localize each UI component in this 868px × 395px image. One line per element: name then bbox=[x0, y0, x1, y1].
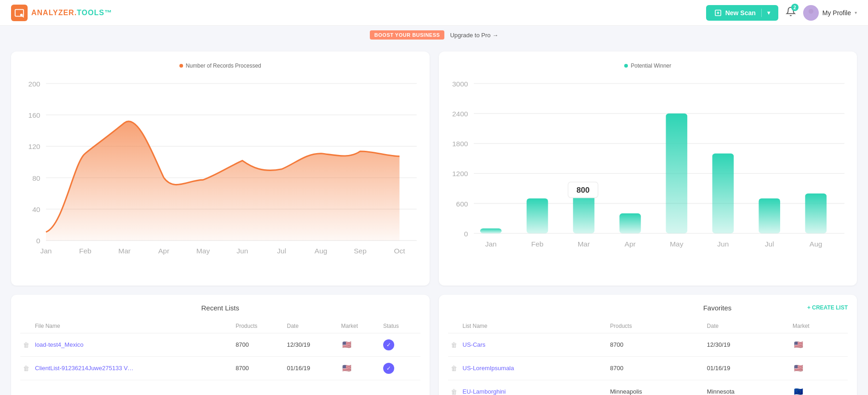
col-filename-header: File Name bbox=[32, 319, 233, 333]
profile-area[interactable]: My Profile ▾ bbox=[803, 5, 857, 21]
svg-text:Feb: Feb bbox=[531, 240, 543, 248]
bar-legend-dot bbox=[624, 64, 628, 68]
col-delete-header bbox=[20, 319, 32, 333]
delete-icon[interactable]: 🗑 bbox=[23, 341, 29, 349]
upgrade-link[interactable]: Upgrade to Pro → bbox=[450, 32, 498, 39]
svg-rect-39 bbox=[480, 229, 501, 234]
svg-text:Jan: Jan bbox=[485, 240, 496, 248]
svg-text:Jan: Jan bbox=[40, 247, 52, 255]
delete-icon[interactable]: 🗑 bbox=[451, 341, 457, 349]
svg-point-3 bbox=[809, 9, 814, 14]
svg-text:Feb: Feb bbox=[79, 247, 92, 255]
fav-products-cell: 8700 bbox=[607, 333, 704, 356]
table-row: 🗑 US-LoremIpsumala 8700 01/16/19 🇺🇸 bbox=[448, 356, 848, 380]
svg-rect-48 bbox=[805, 194, 827, 234]
area-legend-dot bbox=[179, 64, 183, 68]
svg-text:Aug: Aug bbox=[809, 240, 822, 248]
fav-date-cell: 01/16/19 bbox=[704, 356, 790, 380]
svg-text:0: 0 bbox=[36, 237, 40, 245]
fav-date-cell: 12/30/19 bbox=[704, 333, 790, 356]
svg-text:Apr: Apr bbox=[158, 247, 169, 255]
main-header: ANALYZER.TOOLS™ New Scan ▾ 2 bbox=[0, 0, 868, 26]
svg-text:Aug: Aug bbox=[315, 247, 328, 255]
logo-area: ANALYZER.TOOLS™ bbox=[11, 5, 112, 21]
table-row: 🗑 load-test4_Mexico 8700 12/30/19 🇺🇸 ✓ bbox=[20, 333, 420, 356]
svg-text:3000: 3000 bbox=[452, 80, 468, 88]
new-scan-button[interactable]: New Scan ▾ bbox=[706, 5, 778, 21]
favorites-header-row: List Name Products Date Market bbox=[448, 319, 848, 333]
fav-col-delete-header bbox=[448, 319, 460, 333]
bar-chart-legend: Potential Winner bbox=[448, 63, 848, 69]
svg-point-4 bbox=[807, 14, 815, 19]
svg-rect-40 bbox=[526, 199, 548, 234]
logo-text: ANALYZER.TOOLS™ bbox=[31, 9, 112, 17]
file-name-link[interactable]: load-test4_Mexico bbox=[35, 341, 136, 348]
bar-chart-card: Potential Winner 3000 2400 1800 1200 600… bbox=[439, 52, 857, 286]
col-products-header: Products bbox=[233, 319, 284, 333]
delete-icon[interactable]: 🗑 bbox=[451, 388, 457, 395]
profile-name: My Profile bbox=[822, 9, 851, 17]
fav-market-flag: 🇺🇸 bbox=[793, 362, 805, 374]
bottom-row: Recent Lists File Name Products Date Mar… bbox=[11, 295, 857, 395]
svg-text:May: May bbox=[670, 240, 684, 248]
list-name-link[interactable]: US-Cars bbox=[463, 341, 564, 348]
favorites-title: Favorites bbox=[627, 304, 807, 312]
area-legend-label: Number of Records Processed bbox=[186, 63, 261, 69]
file-name-link[interactable]: ClientList-91236214Juwe275133 Very Long … bbox=[35, 365, 136, 372]
svg-text:2400: 2400 bbox=[452, 110, 468, 118]
fav-col-products-header: Products bbox=[607, 319, 704, 333]
create-list-button[interactable]: + CREATE LIST bbox=[807, 304, 848, 311]
svg-text:Jun: Jun bbox=[236, 247, 248, 255]
svg-text:Apr: Apr bbox=[624, 240, 635, 248]
svg-text:200: 200 bbox=[29, 80, 40, 88]
notification-bell[interactable]: 2 bbox=[786, 6, 796, 19]
products-cell: 8700 bbox=[233, 356, 284, 380]
market-flag: 🇺🇸 bbox=[341, 362, 353, 374]
fav-col-date-header: Date bbox=[704, 319, 790, 333]
status-check: ✓ bbox=[383, 339, 394, 350]
svg-text:40: 40 bbox=[32, 206, 40, 213]
svg-rect-46 bbox=[712, 154, 734, 234]
col-status-header: Status bbox=[380, 319, 420, 333]
area-chart-svg: 200 160 120 80 40 0 bbox=[20, 76, 420, 276]
svg-rect-41 bbox=[573, 194, 594, 234]
svg-text:Oct: Oct bbox=[394, 247, 405, 255]
svg-rect-45 bbox=[666, 114, 687, 234]
svg-text:160: 160 bbox=[29, 111, 40, 119]
svg-text:May: May bbox=[196, 247, 210, 255]
area-chart-legend: Number of Records Processed bbox=[20, 63, 420, 69]
date-cell: 01/16/19 bbox=[284, 356, 339, 380]
col-market-header: Market bbox=[338, 319, 380, 333]
svg-rect-47 bbox=[759, 199, 780, 234]
svg-text:1800: 1800 bbox=[452, 140, 468, 148]
main-content: Number of Records Processed 200 160 120 … bbox=[0, 44, 868, 395]
delete-icon[interactable]: 🗑 bbox=[451, 365, 457, 372]
svg-text:Mar: Mar bbox=[118, 247, 131, 255]
area-chart-card: Number of Records Processed 200 160 120 … bbox=[11, 52, 430, 286]
date-cell: 12/30/19 bbox=[284, 333, 339, 356]
table-row: 🗑 US-Cars 8700 12/30/19 🇺🇸 bbox=[448, 333, 848, 356]
header-right: New Scan ▾ 2 My Profile ▾ bbox=[706, 5, 857, 21]
list-name-link[interactable]: US-LoremIpsumala bbox=[463, 365, 564, 372]
svg-text:600: 600 bbox=[456, 200, 468, 208]
bar-legend-label: Potential Winner bbox=[631, 63, 671, 69]
table-row: 🗑 ClientList-91236214Juwe275133 Very Lon… bbox=[20, 356, 420, 380]
recent-lists-table: File Name Products Date Market Status 🗑 … bbox=[20, 319, 420, 380]
fav-market-flag: 🇪🇺 bbox=[793, 386, 805, 395]
col-date-header: Date bbox=[284, 319, 339, 333]
svg-text:Mar: Mar bbox=[577, 240, 590, 248]
list-name-link[interactable]: EU-Lamborghini bbox=[463, 388, 564, 395]
profile-chevron: ▾ bbox=[855, 10, 857, 15]
logo-icon bbox=[11, 5, 28, 21]
fav-products-cell: Minneapolis bbox=[607, 380, 704, 395]
fav-col-market-header: Market bbox=[790, 319, 848, 333]
svg-text:1200: 1200 bbox=[452, 170, 468, 177]
table-row: 🗑 EU-Lamborghini Minneapolis Minnesota 🇪… bbox=[448, 380, 848, 395]
svg-text:80: 80 bbox=[32, 174, 40, 182]
favorites-table: List Name Products Date Market 🗑 US-Cars… bbox=[448, 319, 848, 395]
delete-icon[interactable]: 🗑 bbox=[23, 365, 29, 372]
favorites-card: Favorites + CREATE LIST List Name Produc… bbox=[439, 295, 857, 395]
svg-text:Jun: Jun bbox=[717, 240, 729, 248]
market-flag: 🇺🇸 bbox=[341, 339, 353, 351]
svg-text:120: 120 bbox=[29, 143, 40, 150]
